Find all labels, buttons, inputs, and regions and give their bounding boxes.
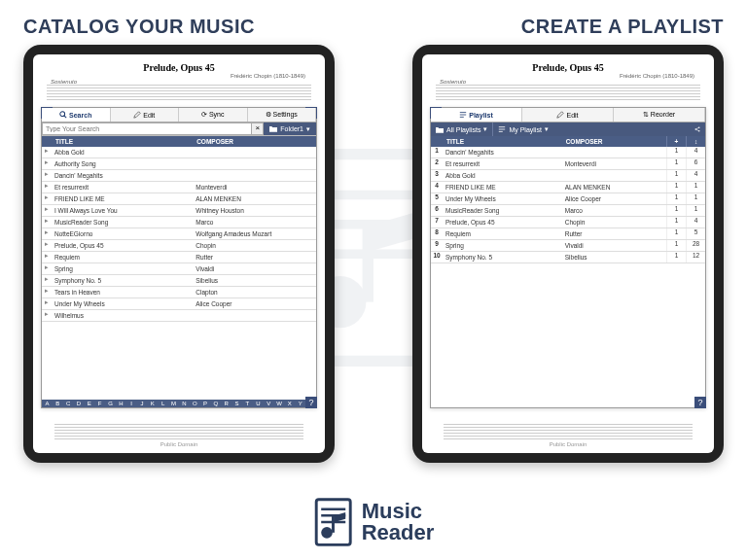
table-row[interactable]: ▸Symphony No. 5Sibelius	[42, 275, 316, 287]
table-row[interactable]: 6MusicReader SongMarco11	[431, 205, 705, 217]
playlist-tablet: Prelude, Opus 45 Frédéric Chopin (1810-1…	[412, 45, 724, 463]
tab-edit[interactable]: Edit	[522, 108, 614, 122]
plus-column-icon: +	[666, 136, 686, 147]
table-row[interactable]: ▸FRIEND LIKE MEALAN MENKEN	[42, 193, 316, 205]
score-footer: Public Domain	[430, 424, 706, 447]
alpha-letter[interactable]: I	[126, 401, 137, 406]
heading-playlist: CREATE A PLAYLIST	[521, 16, 724, 38]
svg-line-17	[695, 127, 699, 129]
score-footer: Public Domain	[41, 424, 317, 447]
table-row[interactable]: 7Prelude, Opus 45Chopin14	[431, 217, 705, 228]
clear-search-button[interactable]: ×	[252, 122, 264, 135]
table-row[interactable]: 4FRIEND LIKE MEALAN MENKEN11	[431, 182, 705, 193]
svg-rect-24	[332, 515, 335, 533]
alpha-letter[interactable]: R	[221, 401, 231, 406]
svg-line-7	[64, 116, 66, 118]
tab-reorder[interactable]: ⇅ Reorder	[614, 108, 705, 122]
share-icon[interactable]	[690, 122, 705, 136]
table-row[interactable]: ▸RequiemRutter	[42, 252, 316, 263]
svg-rect-5	[363, 225, 374, 302]
alpha-letter[interactable]: C	[63, 401, 74, 406]
alpha-letter[interactable]: T	[242, 401, 253, 406]
svg-point-23	[321, 527, 333, 539]
table-row[interactable]: ▸SpringVivaldi	[42, 263, 316, 275]
current-playlist-selector[interactable]: My Playlist▾	[492, 122, 552, 136]
alpha-letter[interactable]: V	[264, 401, 274, 406]
playlist-panel: ⊞ Playlist Edit ⇅ Reorder All Playlists▾…	[430, 107, 706, 408]
table-row[interactable]: ▸I Will Always Love YouWhitney Houston	[42, 205, 316, 217]
playlist-column-header: TITLE COMPOSER + ↕	[431, 136, 705, 147]
tab-edit[interactable]: Edit	[111, 108, 180, 122]
tab-search[interactable]: Search	[42, 108, 111, 122]
table-row[interactable]: ▸Wilhelmus	[42, 310, 316, 322]
alpha-letter[interactable]: G	[105, 401, 116, 406]
table-row[interactable]: 10Symphony No. 5Sibelius112	[431, 252, 705, 263]
table-row[interactable]: ▸Prelude, Opus 45Chopin	[42, 240, 316, 252]
alpha-letter[interactable]: H	[116, 401, 126, 406]
table-row[interactable]: ▸NotteEGiornoWolfgang Amadeus Mozart	[42, 228, 316, 240]
alpha-letter[interactable]: Q	[211, 401, 222, 406]
alpha-letter[interactable]: O	[190, 401, 200, 406]
alpha-letter[interactable]: Y	[295, 401, 305, 406]
search-input[interactable]	[42, 122, 252, 135]
brand-logo: MusicReader	[313, 498, 435, 546]
table-row[interactable]: ▸Et resurrexitMonteverdi	[42, 182, 316, 193]
table-row[interactable]: 3Abba Gold14	[431, 170, 705, 182]
alpha-letter[interactable]: D	[74, 401, 85, 406]
tab-settings[interactable]: ⚙ Settings	[248, 108, 317, 122]
table-row[interactable]: ▸Under My WheelsAlice Cooper	[42, 298, 316, 310]
alpha-letter[interactable]: X	[284, 401, 295, 406]
folder-selector[interactable]: Folder1▾	[264, 122, 316, 135]
alpha-letter[interactable]: K	[147, 401, 158, 406]
svg-line-18	[695, 129, 699, 131]
music-staves	[47, 85, 311, 100]
alpha-letter[interactable]: S	[231, 401, 242, 406]
table-row[interactable]: 2Et resurrexitMonteverdi16	[431, 158, 705, 170]
alpha-letter[interactable]: B	[53, 401, 63, 406]
tab-sync[interactable]: ⟳ Sync	[179, 108, 248, 122]
alphabet-index[interactable]: ABCDEFGHIJKLMNOPQRSTUVWXYZ	[42, 400, 316, 407]
help-icon[interactable]: ?	[694, 397, 706, 408]
table-row[interactable]: 5Under My WheelsAlice Cooper11	[431, 193, 705, 205]
alpha-letter[interactable]: E	[84, 401, 94, 406]
alpha-letter[interactable]: A	[42, 401, 53, 406]
music-staves	[436, 85, 700, 100]
table-row[interactable]: ▸Authority Song	[42, 158, 316, 170]
alpha-letter[interactable]: J	[137, 401, 148, 406]
alpha-letter[interactable]: W	[274, 401, 285, 406]
table-row[interactable]: ▸MusicReader SongMarco	[42, 217, 316, 228]
table-row[interactable]: ▸Abba Gold	[42, 147, 316, 158]
catalog-column-header: TITLE COMPOSER	[42, 136, 316, 147]
alpha-letter[interactable]: L	[158, 401, 168, 406]
catalog-panel: ⊞ ✕ Search Edit ⟳ Sync ⚙ Settings × Fold…	[41, 107, 317, 408]
help-icon[interactable]: ?	[305, 397, 317, 408]
alpha-letter[interactable]: N	[179, 401, 190, 406]
alpha-letter[interactable]: U	[253, 401, 264, 406]
score-title: Prelude, Opus 45	[33, 62, 325, 73]
table-row[interactable]: 9SpringVivaldi128	[431, 240, 705, 252]
heading-catalog: CATALOG YOUR MUSIC	[23, 16, 255, 38]
catalog-tablet: Prelude, Opus 45 Frédéric Chopin (1810-1…	[23, 45, 335, 463]
alpha-letter[interactable]: M	[168, 401, 179, 406]
score-title: Prelude, Opus 45	[422, 62, 714, 73]
alpha-letter[interactable]: F	[94, 401, 105, 406]
all-playlists-selector[interactable]: All Playlists▾	[431, 122, 492, 136]
table-row[interactable]: ▸Tears in HeavenClapton	[42, 287, 316, 298]
table-row[interactable]: ▸Dancin' Megahits	[42, 170, 316, 182]
table-row[interactable]: 8RequiemRutter15	[431, 228, 705, 240]
tab-playlist[interactable]: Playlist	[431, 108, 522, 122]
table-row[interactable]: 1Dancin' Megahits14	[431, 147, 705, 158]
alpha-letter[interactable]: P	[200, 401, 211, 406]
